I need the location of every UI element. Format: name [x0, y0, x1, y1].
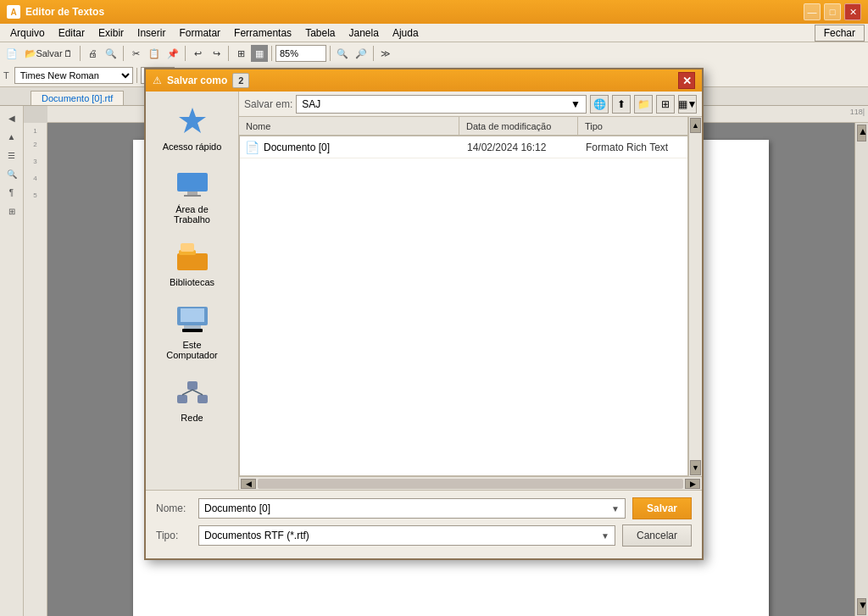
name-dropdown-arrow[interactable]: ▼: [611, 504, 620, 513]
star-icon: [175, 104, 209, 138]
footer-name-label: Nome:: [156, 502, 198, 514]
col-header-date[interactable]: Data de modificação: [459, 117, 578, 135]
type-dropdown-arrow[interactable]: ▼: [601, 531, 609, 541]
dialog-title-left: ⚠ Salvar como 2: [153, 73, 249, 88]
svg-rect-2: [187, 191, 198, 195]
file-name-value: Documento [0]: [204, 502, 270, 514]
svg-rect-12: [177, 395, 187, 403]
location-dropdown-arrow: ▼: [570, 98, 581, 110]
save-dialog: ⚠ Salvar como 2 ✕ Acesso rápido: [144, 68, 704, 560]
dialog-footer: Nome: Documento [0] ▼ Salvar Tipo: Docum…: [146, 490, 702, 558]
shortcut-desktop-label: Área de Trabalho: [159, 204, 226, 225]
svg-rect-6: [181, 243, 194, 252]
shortcut-acesso-rapido[interactable]: Acesso rápido: [154, 98, 231, 158]
svg-rect-8: [184, 325, 201, 329]
file-area-wrapper: Nome Data de modificação Tipo 📄 Document…: [239, 117, 702, 476]
svg-line-14: [182, 390, 192, 395]
computer-icon: [175, 302, 209, 336]
file-list: 📄 Documento [0] 14/02/2024 16:12 Formato…: [239, 136, 688, 476]
file-name-input-wrap: Documento [0] ▼: [198, 498, 626, 519]
nav-new-folder-button[interactable]: ⊞: [656, 95, 675, 114]
shortcut-network[interactable]: Rede: [154, 369, 231, 429]
file-type: Formato Rich Text: [586, 142, 684, 153]
svg-rect-3: [184, 195, 201, 197]
dialog-v-scrollbar[interactable]: ▲ ▼: [688, 117, 702, 476]
file-type-input-wrap: Documentos RTF (*.rtf) ▼: [198, 525, 615, 546]
shortcut-desktop[interactable]: Área de Trabalho: [154, 161, 231, 230]
dialog-close-button[interactable]: ✕: [678, 72, 695, 89]
file-date: 14/02/2024 16:12: [467, 142, 586, 153]
file-icon: 📄: [243, 139, 260, 156]
location-value: SAJ: [302, 98, 320, 110]
svg-marker-0: [179, 108, 206, 133]
nav-folder-button[interactable]: 📁: [634, 95, 653, 114]
dialog-scroll-right[interactable]: ▶: [685, 479, 700, 489]
svg-rect-13: [198, 395, 208, 403]
nav-up-button[interactable]: ⬆: [612, 95, 631, 114]
dialog-title-text: Salvar como: [167, 75, 227, 86]
cancel-button[interactable]: Cancelar: [622, 524, 692, 547]
dialog-toolbar: Salvar em: SAJ ▼ 🌐 ⬆ 📁 ⊞ ▦▼: [239, 92, 702, 117]
dialog-scroll-up[interactable]: ▲: [690, 118, 701, 133]
file-list-header: Nome Data de modificação Tipo: [239, 117, 688, 136]
svg-line-15: [192, 390, 203, 395]
col-header-type[interactable]: Tipo: [578, 117, 688, 135]
location-dropdown[interactable]: SAJ ▼: [296, 95, 587, 114]
svg-rect-9: [182, 329, 203, 332]
shortcut-computer-label: Este Computador: [159, 340, 226, 360]
h-scrollbar-thumb[interactable]: [258, 479, 683, 489]
file-row[interactable]: 📄 Documento [0] 14/02/2024 16:12 Formato…: [240, 136, 687, 158]
footer-type-row: Tipo: Documentos RTF (*.rtf) ▼ Cancelar: [156, 524, 692, 547]
footer-type-label: Tipo:: [156, 530, 198, 541]
svg-rect-1: [177, 173, 208, 191]
nav-view-button[interactable]: ▦▼: [678, 95, 697, 114]
dialog-scroll-left[interactable]: ◀: [241, 479, 256, 489]
dialog-sidebar: Acesso rápido Área de Trabalho: [146, 92, 239, 490]
svg-rect-4: [177, 253, 208, 270]
dialog-step-badge: 2: [232, 73, 249, 88]
nav-back-button[interactable]: 🌐: [590, 95, 609, 114]
dialog-title-bar: ⚠ Salvar como 2 ✕: [146, 69, 702, 92]
save-in-label: Salvar em:: [244, 98, 292, 110]
shortcut-acesso-rapido-label: Acesso rápido: [163, 142, 222, 152]
col-header-name[interactable]: Nome: [239, 117, 459, 135]
dialog-body: Acesso rápido Área de Trabalho: [146, 92, 702, 490]
save-button[interactable]: Salvar: [632, 497, 692, 519]
svg-rect-10: [181, 308, 204, 322]
dialog-overlay: ⚠ Salvar como 2 ✕ Acesso rápido: [0, 0, 868, 616]
footer-name-row: Nome: Documento [0] ▼ Salvar: [156, 497, 692, 519]
dialog-title-icon: ⚠: [153, 75, 162, 86]
shortcut-libraries[interactable]: Bibliotecas: [154, 234, 231, 293]
network-icon: [175, 375, 209, 409]
libraries-icon: [175, 240, 209, 274]
shortcut-computer[interactable]: Este Computador: [154, 297, 231, 366]
dialog-h-scrollbar[interactable]: ◀ ▶: [239, 476, 702, 490]
svg-rect-11: [187, 381, 198, 390]
shortcut-network-label: Rede: [181, 413, 203, 423]
file-list-wrapper: Nome Data de modificação Tipo 📄 Document…: [239, 117, 688, 476]
file-type-value: Documentos RTF (*.rtf): [204, 530, 309, 541]
desktop-icon: [175, 167, 209, 201]
dialog-content: Salvar em: SAJ ▼ 🌐 ⬆ 📁 ⊞ ▦▼ Nome: [239, 92, 702, 490]
shortcut-libraries-label: Bibliotecas: [170, 277, 214, 287]
dialog-scroll-down[interactable]: ▼: [690, 460, 701, 475]
file-name: Documento [0]: [264, 142, 467, 153]
